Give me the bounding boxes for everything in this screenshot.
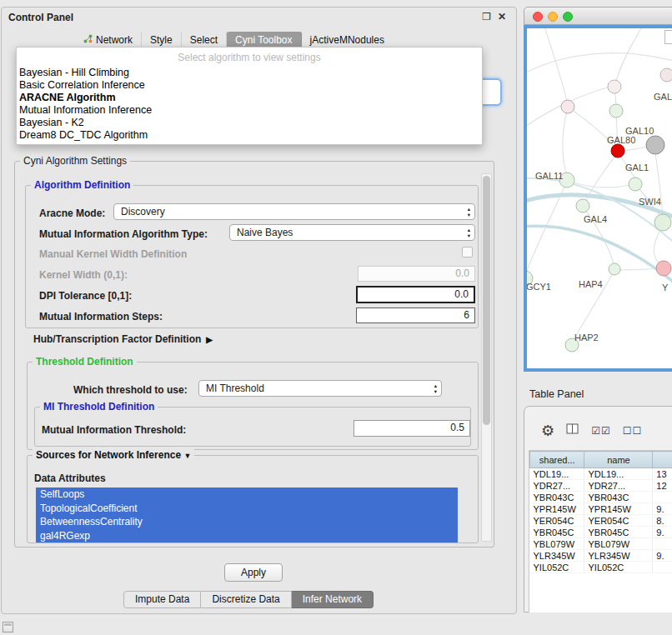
minimize-window-icon[interactable] bbox=[548, 12, 558, 22]
settings-scrollbar[interactable] bbox=[481, 173, 492, 542]
network-node[interactable] bbox=[654, 214, 671, 231]
combo-arrows-icon: ▴▾ bbox=[434, 383, 437, 394]
dpi-tolerance-field[interactable]: 0.0 bbox=[356, 286, 475, 303]
mi-threshold-field[interactable]: 0.5 bbox=[354, 420, 470, 437]
which-threshold-label: Which threshold to use: bbox=[73, 384, 188, 396]
algorithm-dropdown-placeholder: Select algorithm to view settings bbox=[17, 48, 482, 67]
table-row[interactable]: YBR045CYBR045C9. bbox=[530, 527, 672, 538]
column-visibility-icon[interactable] bbox=[566, 423, 579, 438]
network-edge bbox=[527, 226, 672, 285]
network-edge bbox=[544, 28, 568, 105]
network-node[interactable] bbox=[629, 178, 642, 191]
table-row[interactable]: YBL079WYBL079W bbox=[530, 538, 672, 550]
close-panel-icon[interactable]: ✕ bbox=[498, 11, 506, 22]
algorithm-option[interactable]: Bayesian - Hill Climbing bbox=[17, 67, 482, 79]
data-attribute-item[interactable]: TopologicalCoefficient bbox=[36, 502, 458, 516]
mi-steps-label: Mutual Information Steps: bbox=[39, 311, 163, 322]
network-edge bbox=[654, 228, 661, 264]
network-window-titlebar[interactable] bbox=[524, 7, 672, 25]
mi-algorithm-type-label: Mutual Information Algorithm Type: bbox=[39, 228, 208, 240]
table-row[interactable]: YPR145WYPR145W9. bbox=[530, 503, 672, 515]
node-label: Y bbox=[662, 282, 669, 292]
network-node[interactable] bbox=[561, 100, 574, 113]
hub-definition-toggle[interactable]: Hub/Transcription Factor Definition ▶ bbox=[33, 333, 213, 345]
tab-select[interactable]: Select bbox=[182, 32, 227, 48]
network-node[interactable] bbox=[608, 80, 621, 93]
network-tab-icon bbox=[83, 32, 93, 48]
bottom-tabs: Impute Data Discretize Data Infer Networ… bbox=[123, 591, 374, 608]
network-node[interactable] bbox=[609, 263, 620, 275]
mi-algorithm-type-select[interactable]: Naive Bayes ▴▾ bbox=[229, 224, 475, 241]
column-header-extra[interactable] bbox=[653, 452, 672, 468]
table-row[interactable]: YER054CYER054C8. bbox=[530, 515, 672, 527]
network-node[interactable] bbox=[609, 104, 623, 118]
table-row[interactable]: YIL052CYIL052C bbox=[530, 562, 672, 573]
mi-steps-field[interactable]: 6 bbox=[356, 308, 475, 323]
which-threshold-select[interactable]: MI Threshold ▴▾ bbox=[198, 380, 442, 397]
algorithm-option[interactable]: ARACNE Algorithm bbox=[17, 92, 482, 104]
gear-icon[interactable]: ⚙ bbox=[541, 423, 554, 438]
close-window-icon[interactable] bbox=[533, 12, 543, 22]
tab-cyni-toolbox[interactable]: Cyni Toolbox bbox=[227, 32, 301, 48]
network-node[interactable] bbox=[576, 199, 589, 212]
data-attributes-label: Data Attributes bbox=[34, 472, 106, 484]
node-label: HAP4 bbox=[579, 279, 603, 289]
network-node[interactable] bbox=[646, 136, 664, 154]
table-row[interactable]: YBR043CYBR043C bbox=[530, 492, 672, 503]
algorithm-option[interactable]: Basic Correlation Inference bbox=[17, 79, 482, 92]
manual-kernel-width-checkbox[interactable] bbox=[462, 247, 473, 258]
table-row[interactable]: YDL19...YDL19...13 bbox=[530, 468, 672, 480]
algorithm-list: Bayesian - Hill ClimbingBasic Correlatio… bbox=[17, 67, 482, 142]
data-attribute-item[interactable]: BetweennessCentrality bbox=[36, 515, 458, 529]
restore-panel-icon[interactable] bbox=[3, 622, 13, 632]
network-node[interactable] bbox=[660, 68, 672, 82]
tab-discretize-data[interactable]: Discretize Data bbox=[201, 591, 291, 608]
column-header-name[interactable]: name bbox=[584, 452, 653, 468]
manual-kernel-width-label: Manual Kernel Width Definition bbox=[39, 248, 187, 260]
tab-jactivemnodules[interactable]: jActiveMNodules bbox=[302, 32, 393, 48]
kernel-width-label: Kernel Width (0,1): bbox=[39, 269, 128, 281]
data-attribute-item[interactable]: gal4RGexp bbox=[36, 529, 458, 543]
apply-button[interactable]: Apply bbox=[224, 563, 283, 582]
network-node[interactable] bbox=[656, 261, 671, 276]
tab-infer-network[interactable]: Infer Network bbox=[292, 591, 374, 608]
mi-threshold-definition-group: MI Threshold Definition Mutual Informati… bbox=[34, 407, 471, 447]
data-attribute-item[interactable]: SelfLoops bbox=[36, 488, 458, 502]
tab-style[interactable]: Style bbox=[142, 32, 182, 48]
mi-threshold-label: Mutual Information Threshold: bbox=[42, 424, 186, 436]
which-threshold-value: MI Threshold bbox=[206, 382, 264, 394]
select-all-icon[interactable]: ☑☑ bbox=[591, 426, 611, 436]
cyni-algorithm-settings-group: Cyni Algorithm Settings Algorithm Defini… bbox=[14, 161, 494, 548]
aracne-mode-label: Aracne Mode: bbox=[39, 208, 105, 219]
algorithm-option[interactable]: Dream8 DC_TDC Algorithm bbox=[17, 129, 482, 142]
expand-right-icon: ▶ bbox=[206, 335, 213, 344]
node-label: GAL1 bbox=[625, 162, 649, 172]
node-label: GAL8 bbox=[654, 92, 672, 102]
network-canvas-container: GAL80GAL10GAL11GAL1SWI4GAL4GCY1HAP4HAP2G… bbox=[524, 25, 672, 372]
float-panel-icon[interactable]: ❒ bbox=[482, 11, 491, 22]
sources-title[interactable]: Sources for Network Inference ▼ bbox=[33, 449, 194, 461]
network-canvas[interactable]: GAL80GAL10GAL11GAL1SWI4GAL4GCY1HAP4HAP2G… bbox=[527, 28, 672, 368]
tab-impute-data[interactable]: Impute Data bbox=[123, 591, 201, 608]
mi-threshold-definition-title: MI Threshold Definition bbox=[40, 401, 158, 412]
table-panel-title: Table Panel bbox=[529, 388, 584, 400]
table-row[interactable]: YLR345WYLR345W9. bbox=[530, 550, 672, 562]
node-label: GAL10 bbox=[625, 126, 654, 136]
table-row[interactable]: YDR27...YDR27...12 bbox=[530, 480, 672, 492]
network-corner-widget[interactable] bbox=[664, 30, 672, 44]
node-table: shared... name YDL19...YDL19...13YDR27..… bbox=[529, 450, 672, 612]
zoom-window-icon[interactable] bbox=[563, 12, 573, 22]
mi-algorithm-type-value: Naive Bayes bbox=[237, 227, 293, 238]
network-edge bbox=[527, 53, 672, 74]
tab-network[interactable]: Network bbox=[75, 32, 142, 48]
network-node[interactable] bbox=[611, 144, 624, 158]
sources-group: Sources for Network Inference ▼ Data Att… bbox=[27, 455, 479, 543]
node-label: GCY1 bbox=[527, 282, 551, 292]
algorithm-option[interactable]: Mutual Information Inference bbox=[17, 104, 482, 117]
deselect-all-icon[interactable]: ☐☐ bbox=[623, 426, 643, 436]
aracne-mode-select[interactable]: Discovery ▴▾ bbox=[113, 203, 475, 220]
data-attributes-list[interactable]: SelfLoopsTopologicalCoefficientBetweenne… bbox=[36, 488, 458, 542]
algorithm-option[interactable]: Bayesian - K2 bbox=[17, 117, 482, 129]
scrollbar-thumb[interactable] bbox=[483, 176, 490, 425]
column-header-shared-name[interactable]: shared... bbox=[530, 452, 584, 468]
